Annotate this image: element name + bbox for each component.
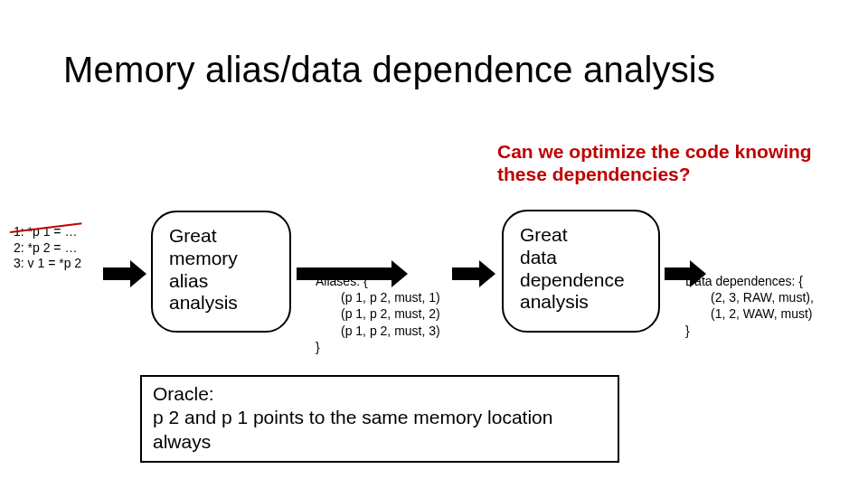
data-dependence-box: Great data dependence analysis: [502, 210, 660, 333]
question-text: Can we optimize the code knowing these d…: [497, 140, 823, 185]
dependences-l1: (2, 3, RAW, must),: [685, 289, 814, 305]
arrow-aliases-to-dep: [452, 260, 495, 287]
memory-alias-label: Great memory alias analysis: [169, 225, 238, 313]
code-line-1: 1: *p 1 = …: [14, 224, 77, 240]
oracle-text: Oracle: p 2 and p 1 points to the same m…: [153, 383, 552, 452]
oracle-box: Oracle: p 2 and p 1 points to the same m…: [140, 375, 619, 463]
code-line-2: 2: *p 2 = …: [14, 240, 77, 255]
dependences-tail: }: [685, 324, 690, 338]
dependences-head: Data dependences: {: [685, 274, 803, 288]
code-block: 1: *p 1 = … 2: *p 2 = … 3: v 1 = *p 2: [14, 224, 81, 272]
aliases-l3: (p 1, p 2, must, 3): [316, 323, 440, 339]
aliases-l1: (p 1, p 2, must, 1): [316, 289, 440, 305]
aliases-tail: }: [316, 340, 320, 354]
aliases-output: Aliases: { (p 1, p 2, must, 1) (p 1, p 2…: [316, 273, 440, 355]
dependences-output: Data dependences: { (2, 3, RAW, must), (…: [685, 273, 814, 339]
slide: Memory alias/data dependence analysis Ca…: [0, 0, 868, 488]
dependences-l2: (1, 2, WAW, must): [685, 305, 814, 322]
slide-title: Memory alias/data dependence analysis: [63, 50, 715, 90]
memory-alias-box: Great memory alias analysis: [151, 211, 291, 333]
code-line-3: 3: v 1 = *p 2: [14, 256, 81, 270]
aliases-head: Aliases: {: [316, 274, 368, 288]
arrow-code-to-memory: [103, 260, 146, 287]
data-dependence-label: Great data dependence analysis: [520, 224, 625, 312]
aliases-l2: (p 1, p 2, must, 2): [316, 305, 440, 322]
